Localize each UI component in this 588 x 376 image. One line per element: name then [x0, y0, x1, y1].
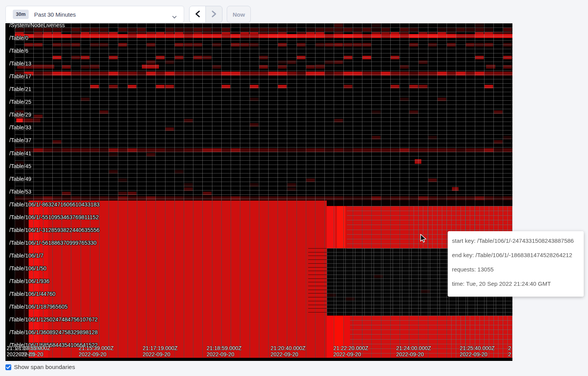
- row-label: /Table/106/1/50: [9, 265, 47, 271]
- check-icon: [6, 366, 10, 369]
- row-label: /Table/45: [9, 163, 31, 169]
- row-label: /System/NodeLiveness: [9, 23, 65, 28]
- chevron-left-icon: [195, 10, 200, 19]
- row-label: /Table/13: [9, 60, 31, 67]
- tooltip-end-key: end key: /Table/106/1/-18683814745282642…: [452, 248, 579, 262]
- next-time-button[interactable]: [206, 6, 222, 22]
- heatmap-canvas[interactable]: [5, 23, 512, 361]
- row-label: /Table/53: [9, 189, 31, 195]
- row-label: /Table/49: [9, 176, 31, 182]
- x-axis-tick: 21:20:40.000Z2022-09-20: [271, 345, 305, 357]
- row-label: /Table/106/1/936: [9, 278, 50, 284]
- now-button[interactable]: Now: [227, 6, 251, 23]
- key-visualizer-heatmap[interactable]: /System/NodeLiveness/Table/0/Table/6/Tab…: [5, 23, 512, 361]
- row-label: /Table/0: [9, 35, 28, 41]
- row-label: /Table/106/1/44760: [9, 291, 55, 297]
- time-nav-group: [189, 6, 222, 23]
- row-label: /Table/106/1/-561886370999765330: [9, 240, 97, 246]
- x-axis-tick: 21:15:39.000Z2022-09-20: [79, 345, 114, 357]
- row-label: /Table/29: [9, 112, 31, 118]
- tooltip-start-key: start key: /Table/106/1/-247433150824388…: [452, 233, 579, 248]
- row-label: /Table/106/1/-3128593822440635556: [9, 227, 100, 233]
- x-axis-tick: 21:18:59.000Z2022-09-20: [207, 345, 241, 357]
- chevron-down-icon: [172, 13, 177, 20]
- x-axis-tick: 21:17:19.000Z2022-09-20: [143, 345, 178, 357]
- tooltip-time: time: Tue, 20 Sep 2022 21:24:40 GMT: [452, 276, 579, 291]
- row-label: /Table/33: [9, 124, 31, 130]
- row-label: /Table/17: [9, 73, 31, 79]
- row-label: /Table/106/1/-5510953463769811152: [9, 214, 99, 220]
- tooltip-requests: requests: 13055: [452, 262, 579, 276]
- prev-time-button[interactable]: [190, 6, 206, 22]
- time-range-label: Past 30 Minutes: [34, 11, 76, 18]
- x-axis-tick: 21:13:59.000Z2022-09-20: [16, 345, 50, 357]
- row-label: /Table/106/1/-8632471606610433183: [9, 201, 100, 208]
- time-range-badge: 30m: [13, 10, 29, 19]
- row-label: /Table/106/1/1250247484756107672: [9, 316, 98, 323]
- x-axis-tick: 21:24:00.000Z2022-09-20: [396, 345, 431, 357]
- x-axis-tick: 21:22:20.000Z2022-09-20: [333, 345, 368, 357]
- row-label: /Table/25: [9, 99, 31, 105]
- hover-tooltip: start key: /Table/106/1/-247433150824388…: [448, 231, 584, 297]
- row-label: /Table/21: [9, 86, 31, 92]
- chevron-right-icon: [212, 10, 217, 19]
- show-span-boundaries-label: Show span boundaries: [14, 364, 75, 371]
- row-label: /Table/41: [9, 150, 31, 156]
- row-label: /Table/106/1/3608924758329898128: [9, 329, 98, 335]
- row-label: /Table/37: [9, 137, 31, 143]
- row-label: /Table/106/1/7: [9, 252, 43, 259]
- row-label: /Table/106/1/187965605: [9, 304, 67, 310]
- show-span-boundaries-checkbox[interactable]: [5, 364, 11, 370]
- x-axis-tick: 21:25:40.000Z2022-09-20: [460, 345, 495, 357]
- x-axis-tick: 22: [508, 345, 511, 357]
- mouse-cursor-icon: [419, 233, 428, 245]
- time-range-dropdown[interactable]: 30m Past 30 Minutes: [5, 6, 184, 23]
- row-label: /Table/6: [9, 48, 28, 54]
- show-span-boundaries-toggle: Show span boundaries: [5, 364, 75, 371]
